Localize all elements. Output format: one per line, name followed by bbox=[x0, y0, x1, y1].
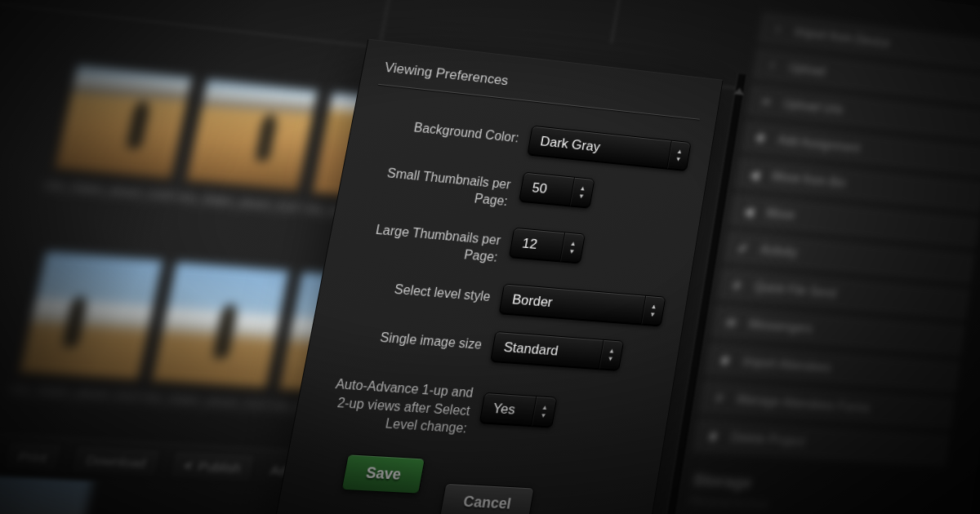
select-value: Standard bbox=[491, 332, 603, 369]
save-button[interactable]: Save bbox=[341, 454, 425, 494]
thumbnail-filename: Into_States_desert_0113 bbox=[140, 391, 272, 412]
sidebar-item-label: Manage Attendees Forms bbox=[736, 392, 871, 415]
sidebar-item-label: Messengers bbox=[748, 317, 813, 336]
chevron-up-icon[interactable]: ▲ bbox=[608, 348, 616, 355]
field-select-level-style: Select level style Border ▲▼ bbox=[336, 271, 670, 328]
thumbnail-filename: Into_States_desert_0110 bbox=[174, 190, 304, 214]
sidebar-item-label: Upload bbox=[788, 61, 826, 79]
link-icon: ∞ bbox=[757, 94, 775, 109]
photo-thumbnail[interactable] bbox=[152, 262, 289, 388]
select-spinner[interactable]: ▲▼ bbox=[569, 178, 594, 208]
message-icon: ✉ bbox=[722, 315, 741, 331]
thumbnail-filename: Into_States_desert_0112 bbox=[7, 382, 144, 403]
chevron-down-icon[interactable]: ▼ bbox=[568, 249, 576, 255]
field-large-thumbs-per-page: Large Thumbnails per Page: 12 ▲▼ bbox=[345, 213, 679, 281]
select-spinner[interactable]: ▲▼ bbox=[598, 340, 622, 370]
field-label: Large Thumbnails per Page: bbox=[345, 213, 514, 267]
field-auto-advance: Auto-Advance 1-up and 2-up views after S… bbox=[312, 369, 655, 448]
select-value: 50 bbox=[519, 173, 574, 206]
chevron-down-icon[interactable]: ▼ bbox=[540, 413, 547, 419]
activity-icon: ✔ bbox=[734, 240, 753, 256]
thumbnail-filename: Into_States_desert_0109 bbox=[42, 178, 176, 202]
field-label: Single image size bbox=[328, 319, 495, 354]
photo-person-silhouette bbox=[255, 113, 278, 162]
field-label: Auto-Advance 1-up and 2-up views after S… bbox=[312, 369, 487, 437]
photo-thumbnail[interactable] bbox=[20, 251, 163, 380]
single-image-size-select[interactable]: Standard ▲▼ bbox=[490, 331, 624, 371]
field-single-image-size: Single image size Standard ▲▼ bbox=[327, 319, 662, 374]
share-icon: < bbox=[183, 458, 194, 473]
sidebar-item-label: Import from Device bbox=[794, 25, 891, 51]
chevron-up-icon[interactable]: ▲ bbox=[650, 304, 657, 311]
select-spinner[interactable]: ▲▼ bbox=[559, 233, 585, 264]
chevron-up-icon[interactable]: ▲ bbox=[579, 185, 586, 192]
select-value: Yes bbox=[480, 393, 537, 426]
add-assignment-icon: ✚ bbox=[751, 130, 769, 146]
move-left-icon: ◀ bbox=[746, 166, 764, 183]
publish-button[interactable]: <Publish bbox=[168, 450, 256, 483]
background-color-select[interactable]: Dark Gray ▲▼ bbox=[527, 126, 691, 171]
photo-person-silhouette bbox=[61, 296, 87, 348]
photo-person-silhouette bbox=[126, 100, 151, 149]
chevron-down-icon[interactable]: ▼ bbox=[577, 193, 585, 200]
sidebar-item-label: Move from Bin bbox=[771, 170, 847, 191]
photo-thumbnail[interactable] bbox=[55, 64, 192, 179]
dialog-buttons: Save Cancel bbox=[341, 454, 642, 505]
select-spinner[interactable]: ▲▼ bbox=[640, 296, 665, 326]
chevron-down-icon[interactable]: ▼ bbox=[607, 357, 614, 363]
scroll-up-icon[interactable] bbox=[733, 87, 745, 95]
sidebar-item-label: Upload Urls bbox=[782, 97, 844, 117]
sidebar-item-label: Add Assignment bbox=[777, 133, 861, 155]
publish-label: Publish bbox=[197, 459, 243, 476]
chevron-up-icon[interactable]: ▲ bbox=[676, 148, 683, 155]
sidebar-item-label: Activity bbox=[760, 243, 799, 260]
cancel-button[interactable]: Cancel bbox=[439, 483, 535, 514]
print-button[interactable]: Print bbox=[2, 441, 64, 472]
large-thumbnails-select[interactable]: 12 ▲▼ bbox=[509, 228, 586, 264]
person-icon: ☻ bbox=[716, 352, 735, 368]
upload-arrow-icon: ↑ bbox=[763, 58, 781, 73]
send-icon: ✈ bbox=[728, 277, 746, 294]
photo-person-silhouette bbox=[212, 304, 238, 359]
field-label: Small Thumbnails per Page: bbox=[357, 156, 524, 210]
sidebar-item-label: Delete Project bbox=[730, 430, 806, 449]
chevron-down-icon[interactable]: ▼ bbox=[649, 312, 657, 318]
field-label: Background Color: bbox=[369, 109, 532, 148]
sidebar-item-label: Quick File Send bbox=[754, 280, 838, 300]
select-spinner[interactable]: ▲▼ bbox=[666, 141, 690, 171]
small-thumbnails-select[interactable]: 50 ▲▼ bbox=[519, 172, 595, 209]
sidebar-item-label: Move bbox=[765, 206, 795, 222]
select-value: Border bbox=[500, 285, 646, 325]
field-label: Select level style bbox=[338, 271, 504, 307]
list-icon: ≡ bbox=[710, 391, 728, 406]
delete-icon: ■ bbox=[704, 428, 723, 444]
app-window: Into_States_desert_0109 Into_States_dese… bbox=[0, 0, 980, 514]
chevron-up-icon[interactable]: ▲ bbox=[569, 241, 577, 247]
chevron-down-icon[interactable]: ▼ bbox=[675, 156, 681, 162]
select-value: 12 bbox=[510, 228, 564, 262]
upload-arrow-icon: ↑ bbox=[768, 22, 786, 38]
tilted-app-scene: Into_States_desert_0109 Into_States_dese… bbox=[0, 0, 980, 514]
download-button[interactable]: Download bbox=[70, 445, 163, 478]
move-left-icon: ◀ bbox=[740, 203, 759, 219]
select-spinner[interactable]: ▲▼ bbox=[531, 397, 556, 428]
select-value: Dark Gray bbox=[528, 126, 671, 169]
select-level-style-select[interactable]: Border ▲▼ bbox=[498, 284, 666, 327]
chevron-up-icon[interactable]: ▲ bbox=[541, 405, 548, 411]
sidebar-item-label: Import Attendees bbox=[742, 355, 832, 375]
photo-thumbnail[interactable] bbox=[186, 78, 318, 191]
auto-advance-select[interactable]: Yes ▲▼ bbox=[479, 392, 557, 428]
